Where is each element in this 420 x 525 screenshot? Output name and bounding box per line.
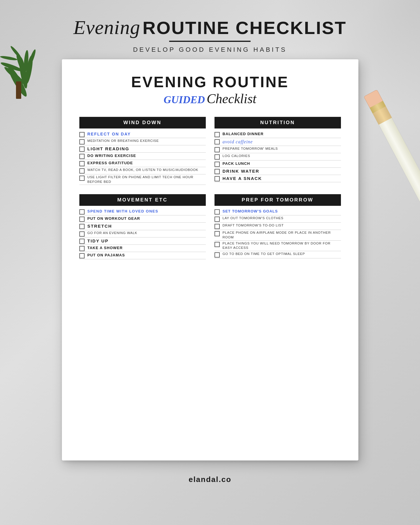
item-label: PLACE PHONE ON AIRPLANE MODE OR PLACE IN… [223,231,341,240]
item-label: SET TOMORROW'S GOALS [223,209,278,214]
list-item: TIDY UP [79,238,206,245]
item-label: REFLECT ON DAY [87,131,131,137]
item-label: avoid caffeine [223,139,253,145]
list-item: PREPARE TOMORROW' MEALS [215,147,341,153]
doc-title-main: EVENING ROUTINE [79,74,341,90]
checkbox[interactable] [79,176,85,181]
list-item: DRINK WATER [215,168,341,175]
checkbox[interactable] [215,139,220,144]
item-label: LOG CALORIES [223,154,250,158]
document-card: EVENING ROUTINE GUIDED Checklist WIND DO… [62,59,358,460]
doc-title-guided: GUIDED [164,94,205,106]
footer: elandal.co [189,475,231,484]
checkbox[interactable] [215,209,220,215]
list-item: REFLECT ON DAY [79,131,206,138]
checkbox[interactable] [215,252,220,258]
checkbox[interactable] [79,209,85,215]
list-item: MEDITATION OR BREATHING EXERCISE [79,139,206,145]
list-item: TAKE A SHOWER [79,245,206,252]
checkbox[interactable] [215,231,220,236]
header-cursive: Evening [74,16,140,39]
section-header-nutrition: NUTRITION [215,117,341,128]
item-label: LIGHT READING [87,146,129,152]
item-label: WATCH TV, READ A BOOK, OR LISTEN TO MUSI… [87,168,199,172]
svg-point-7 [0,55,17,61]
item-label: DRINK WATER [223,168,260,174]
header-subtitle: DEVELOP GOOD EVENING HABITS [74,46,347,53]
item-label: HAVE A SNACK [223,176,262,181]
checkbox[interactable] [79,154,85,159]
item-label: PREPARE TOMORROW' MEALS [223,147,278,151]
item-label: EXPRESS GRATITUDE [87,160,133,166]
list-item: EXPRESS GRATITUDE [79,160,206,167]
list-item: PUT ON WORKOUT GEAR [79,216,206,223]
checkbox[interactable] [215,242,220,247]
section-movement: MOVEMENT ETC SPEND TIME WITH LOVED ONES … [79,194,206,260]
list-item: LAY OUT TOMORROW'S CLOTHES [215,216,341,223]
header-underline [169,41,251,42]
checkbox[interactable] [215,169,220,174]
item-label: MEDITATION OR BREATHING EXERCISE [87,139,159,143]
item-label: STRETCH [87,223,112,229]
list-item: LOG CALORIES [215,154,341,160]
list-item: BALANCED DINNER [215,131,341,138]
checkbox[interactable] [79,231,85,237]
doc-title-checklist: Checklist [207,91,256,106]
checkbox[interactable] [79,139,85,144]
section-nutrition: NUTRITION BALANCED DINNER avoid caffeine… [215,117,341,185]
list-item: avoid caffeine [215,139,341,146]
checkbox[interactable] [79,253,85,258]
item-label: TAKE A SHOWER [87,245,123,251]
checkbox[interactable] [215,217,220,222]
checkbox[interactable] [79,147,85,152]
list-item: PLACE THINGS YOU WILL NEED TOMORROW BY D… [215,241,341,251]
list-item: DO WRITING EXERCISE [79,153,206,160]
list-item: PLACE PHONE ON AIRPLANE MODE OR PLACE IN… [215,231,341,240]
list-item: GO FOR AN EVENING WALK [79,231,206,238]
item-label: PLACE THINGS YOU WILL NEED TOMORROW BY D… [223,241,341,250]
section-wind-down: WIND DOWN REFLECT ON DAY MEDITATION OR B… [79,117,206,185]
checkbox[interactable] [215,147,220,152]
item-label: DRAFT TOMORROW'S TO-DO LIST [223,223,284,228]
list-item: PACK LUNCH [215,161,341,168]
checkbox[interactable] [79,224,85,229]
list-item: PUT ON PAJAMAS [79,253,206,259]
list-item: LIGHT READING [79,146,206,153]
list-item: STRETCH [79,223,206,230]
checkbox[interactable] [79,168,85,174]
list-item: SET TOMORROW'S GOALS [215,209,341,215]
section-prep-tomorrow: PREP FOR TOMORROW SET TOMORROW'S GOALS L… [215,194,341,260]
list-item: WATCH TV, READ A BOOK, OR LISTEN TO MUSI… [79,168,206,174]
item-label: BALANCED DINNER [223,131,264,137]
item-label: PUT ON PAJAMAS [87,253,125,258]
item-label: GO FOR AN EVENING WALK [87,231,137,235]
checkbox[interactable] [79,239,85,244]
checkbox[interactable] [79,161,85,166]
item-label: TIDY UP [87,238,109,244]
checkbox[interactable] [215,176,220,181]
checkbox[interactable] [215,224,220,229]
item-label: USE LIGHT FILTER ON PHONE AND LIMIT TECH… [87,175,206,184]
section-header-wind-down: WIND DOWN [79,117,206,128]
plant-decoration [0,0,64,99]
list-item: USE LIGHT FILTER ON PHONE AND LIMIT TECH… [79,175,206,185]
item-label: PACK LUNCH [223,161,250,166]
list-item: GO TO BED ON TIME TO GET OPTIMAL SLEEP [215,252,341,258]
checkbox[interactable] [79,217,85,222]
list-item: SPEND TIME WITH LOVED ONES [79,209,206,215]
checkbox[interactable] [215,154,220,160]
checklist-columns: WIND DOWN REFLECT ON DAY MEDITATION OR B… [79,117,341,263]
item-label: GO TO BED ON TIME TO GET OPTIMAL SLEEP [223,252,305,256]
list-item: HAVE A SNACK [215,176,341,182]
checkbox[interactable] [215,132,220,137]
checkbox[interactable] [79,246,85,251]
checkbox[interactable] [215,162,220,167]
section-header-movement: MOVEMENT ETC [79,194,206,206]
svg-rect-10 [16,81,21,99]
footer-text: elandal.co [189,475,231,484]
item-label: DO WRITING EXERCISE [87,153,136,158]
item-label: PUT ON WORKOUT GEAR [87,216,140,221]
checkbox[interactable] [79,132,85,137]
header-bold: ROUTINE CHECKLIST [142,17,346,38]
item-label: SPEND TIME WITH LOVED ONES [87,209,158,214]
